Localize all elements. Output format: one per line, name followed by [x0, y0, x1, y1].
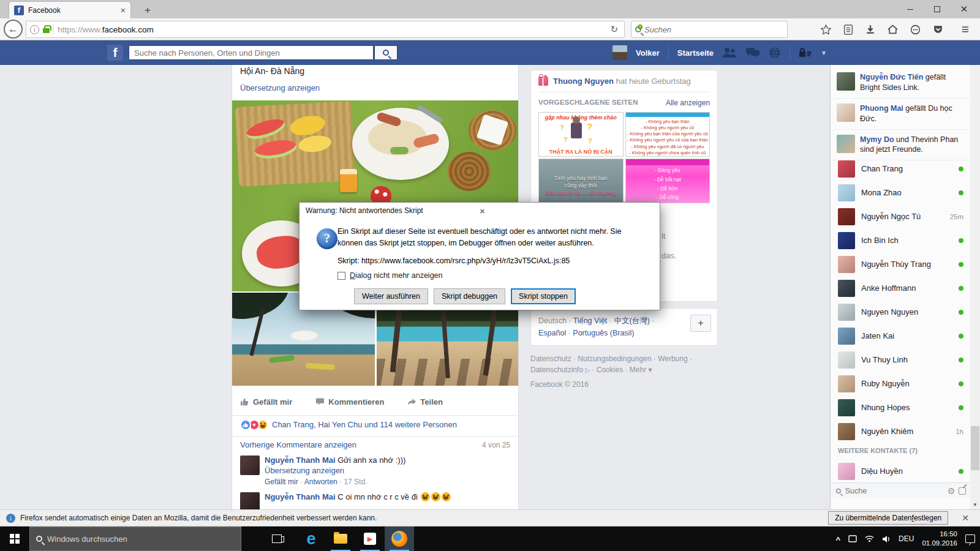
gear-icon[interactable]: ⚙: [948, 486, 956, 496]
volume-icon[interactable]: [882, 535, 891, 543]
keyboard-language[interactable]: DEU: [899, 534, 914, 543]
edge-taskbar-button[interactable]: e: [296, 527, 326, 551]
scrollbar-thumb[interactable]: [971, 426, 979, 470]
url-bar[interactable]: i https://www.facebook.com ↻: [26, 21, 625, 38]
checkbox[interactable]: [337, 272, 345, 280]
profile-link[interactable]: Volker: [636, 48, 660, 58]
add-language-button[interactable]: +: [690, 315, 711, 332]
suggested-page-thumbnail[interactable]: gặp nhau không thèm chào ???? THẬT RA LÀ…: [538, 112, 624, 157]
chat-contact-row[interactable]: Ruby Nguyễn: [831, 372, 971, 395]
tab-close-icon[interactable]: ×: [121, 6, 126, 15]
reaction-names-link[interactable]: Chan Trang, Hai Yen Chu und 114 weitere …: [272, 420, 457, 429]
taskbar-clock[interactable]: 16:5001.09.2016: [922, 530, 957, 548]
windows-search-box[interactable]: Windows durchsuchen: [29, 527, 241, 551]
home-icon[interactable]: [888, 24, 898, 34]
chat-contact-row[interactable]: Diệu Huyền: [831, 459, 971, 483]
start-button[interactable]: [0, 527, 29, 551]
ticker-item[interactable]: Mymy Do und Thevinh Phan sind jetzt Freu…: [831, 130, 971, 161]
continue-script-button[interactable]: Weiter ausführen: [354, 288, 428, 304]
comment-button[interactable]: Kommentieren: [315, 397, 384, 407]
reload-icon[interactable]: ↻: [608, 24, 620, 35]
messages-icon[interactable]: [745, 47, 760, 58]
task-view-button[interactable]: [262, 527, 292, 551]
chat-contact-row[interactable]: Nguyên Khiêm1h: [831, 419, 971, 443]
chat-contact-row[interactable]: Nhung Hopes: [831, 395, 971, 419]
home-link[interactable]: Startseite: [677, 48, 714, 58]
chat-contact-row[interactable]: Nguyen Nguyen: [831, 300, 971, 324]
chat-contact-row[interactable]: Anke Hoffmann: [831, 276, 971, 300]
tray-expand-chevron-icon[interactable]: ^: [836, 535, 841, 544]
chat-search-input[interactable]: [845, 487, 944, 495]
language-link[interactable]: Español: [538, 329, 566, 337]
page-info-icon[interactable]: i: [30, 25, 39, 34]
language-link[interactable]: 中文(台灣): [614, 317, 649, 325]
share-button[interactable]: Teilen: [407, 397, 443, 407]
chevron-down-icon[interactable]: ▼: [821, 50, 827, 56]
post-translate-link[interactable]: Übersetzung anzeigen: [240, 83, 320, 92]
previous-comments-link[interactable]: Vorherige Kommentare anzeigen: [240, 440, 482, 449]
dont-show-again-row[interactable]: Dialog nicht mehr anzeigen: [337, 271, 442, 280]
window-minimize-button[interactable]: [897, 0, 924, 18]
notification-close-icon[interactable]: ✕: [962, 513, 969, 523]
facebook-search-input[interactable]: [134, 48, 368, 58]
chat-contact-row[interactable]: Vu Thuy Linh: [831, 348, 971, 372]
language-link[interactable]: Português (Brasil): [573, 329, 634, 337]
chat-contact-row[interactable]: Nguyễn Ngọc Tú25m: [831, 204, 971, 228]
suggested-page-thumbnail[interactable]: - Không yêu bạn thân- Không yêu người yê…: [625, 112, 710, 157]
firefox-taskbar-button[interactable]: [385, 527, 414, 551]
chat-contact-row[interactable]: Mona Zhao: [831, 181, 971, 204]
bookmark-star-icon[interactable]: [821, 24, 831, 35]
window-close-button[interactable]: ✕: [951, 0, 978, 18]
media-player-taskbar-button[interactable]: ▶: [355, 527, 385, 551]
back-button[interactable]: ←: [4, 20, 23, 39]
window-maximize-button[interactable]: [924, 0, 951, 18]
facebook-search-button[interactable]: [374, 45, 398, 60]
action-center-icon[interactable]: [965, 534, 975, 543]
choose-data-button[interactable]: Zu übermittelnde Daten festlegen: [828, 511, 948, 525]
notifications-globe-icon[interactable]: [769, 47, 781, 59]
privacy-shortcuts-icon[interactable]: [799, 48, 812, 58]
browser-scrollbar[interactable]: ▲ ▼: [970, 40, 980, 509]
browser-search-input[interactable]: [644, 25, 783, 34]
new-tab-button[interactable]: +: [140, 4, 156, 17]
dialog-close-icon[interactable]: ×: [480, 206, 654, 216]
like-button[interactable]: Gefällt mir: [240, 397, 292, 407]
commenter-name-link[interactable]: Nguyễn Thanh Mai: [265, 492, 336, 501]
chat-contact-row[interactable]: Chan Trang: [831, 157, 971, 181]
chat-contact-row[interactable]: Jaten Kai: [831, 324, 971, 348]
ticker-item[interactable]: Nguyễn Đức Tiến gefällt Bright Sides Lin…: [831, 67, 971, 99]
debug-script-button[interactable]: Skript debuggen: [434, 288, 505, 304]
commenter-avatar[interactable]: [240, 492, 260, 509]
browser-search-box[interactable]: +: [631, 21, 788, 38]
menu-hamburger-icon[interactable]: ≡: [962, 22, 969, 37]
stop-script-button[interactable]: Skript stoppen: [511, 288, 576, 304]
dialog-title-bar[interactable]: Warnung: Nicht antwortendes Skript ×: [300, 203, 660, 219]
comment-like-link[interactable]: Gefällt mir: [265, 478, 298, 486]
comment-reply-link[interactable]: Antworten: [304, 478, 337, 486]
file-explorer-taskbar-button[interactable]: [326, 527, 355, 551]
wifi-icon[interactable]: [865, 535, 874, 542]
facebook-search-bar[interactable]: [129, 45, 374, 60]
downloads-icon[interactable]: [865, 24, 875, 34]
chat-contact-row[interactable]: Ich Bin Ich: [831, 228, 971, 252]
suggested-page-thumbnail[interactable]: Tình yêu hay tình bạn cũng vậy thôi Đều …: [538, 159, 624, 203]
like-reaction-icon[interactable]: [240, 419, 251, 430]
birthday-row[interactable]: Thuong Nguyen hat heute Geburtstag: [538, 77, 710, 92]
user-avatar[interactable]: [612, 45, 627, 60]
chat-search-bar[interactable]: ⚙: [831, 482, 971, 498]
friend-requests-icon[interactable]: [722, 47, 737, 58]
language-link[interactable]: Tiếng Việt: [573, 317, 608, 325]
ticker-item[interactable]: Phuong Mai gefällt Du học Đức.: [831, 99, 971, 130]
browser-tab[interactable]: f Facebook ×: [9, 1, 131, 18]
hello-chat-icon[interactable]: [910, 24, 921, 35]
suggested-page-thumbnail[interactable]: - Đáng yêu- Dễ bắt nạt- Dễ hờn- Dễ cõng: [625, 159, 710, 203]
comment-translate-link[interactable]: Übersetzung anzeigen: [265, 466, 405, 475]
pocket-icon[interactable]: [933, 24, 943, 35]
commenter-avatar[interactable]: [240, 455, 260, 475]
chat-contact-row[interactable]: Nguyễn Thùy Trang: [831, 252, 971, 276]
birthday-name-link[interactable]: Thuong Nguyen: [553, 77, 614, 86]
compose-icon[interactable]: [959, 487, 966, 495]
see-all-link[interactable]: Alle anzeigen: [666, 99, 710, 107]
facebook-footer-links[interactable]: Datenschutz · Nutzungsbedingungen · Werb…: [530, 353, 718, 375]
tablet-icon[interactable]: [848, 535, 857, 542]
